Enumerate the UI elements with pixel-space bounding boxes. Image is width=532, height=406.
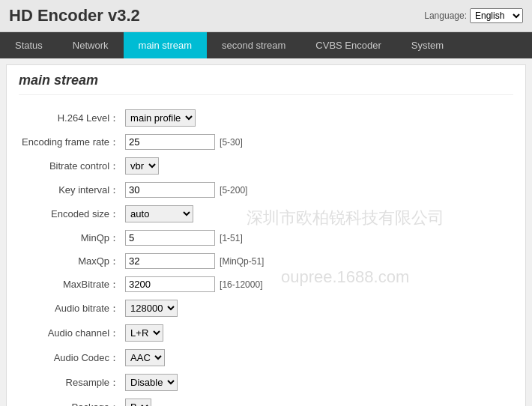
nav-cvbs-encoder[interactable]: CVBS Encoder <box>300 32 396 58</box>
label-resample: Resample： <box>19 370 122 395</box>
hint-minqp: [1-51] <box>220 233 243 243</box>
label-encoded-size: Encoded size： <box>19 202 122 226</box>
header: HD Encoder v3.2 Language: English Chines… <box>0 0 532 32</box>
input-audio-channel[interactable]: L+R L R <box>125 324 163 342</box>
nav-system[interactable]: System <box>396 32 459 58</box>
field-key-interval: Key interval： [5-200] <box>19 178 513 202</box>
input-package[interactable]: B A <box>125 399 151 406</box>
hint-maxbitrate: [16-12000] <box>220 279 262 290</box>
input-maxbitrate[interactable] <box>125 276 215 292</box>
field-audio-bitrate: Audio bitrate： 128000 64000 96000 192000 <box>19 296 513 321</box>
field-encoded-size: Encoded size： auto 1920x1080 1280x720 72… <box>19 202 513 226</box>
main-content: main stream H.264 Level： main profile ba… <box>6 64 526 406</box>
input-key-interval[interactable] <box>125 182 215 198</box>
field-audio-channel: Audio channel： L+R L R <box>19 321 513 345</box>
input-resample[interactable]: Disable Enable <box>125 374 178 391</box>
input-frame-rate[interactable] <box>125 134 215 150</box>
language-section: Language: English Chinese <box>424 8 523 23</box>
field-frame-rate: Encoding frame rate： [5-30] <box>19 130 513 154</box>
label-bitrate-control: Bitrate control： <box>19 154 122 178</box>
input-minqp[interactable] <box>125 230 215 246</box>
section-title: main stream <box>19 73 513 95</box>
hint-key-interval: [5-200] <box>220 185 247 196</box>
field-maxbitrate: MaxBitrate： [16-12000] <box>19 273 513 296</box>
field-maxqp: MaxQp： [MinQp-51] <box>19 249 513 273</box>
nav-main-stream[interactable]: main stream <box>124 32 208 58</box>
main-nav: Status Network main stream second stream… <box>0 32 532 58</box>
language-select[interactable]: English Chinese <box>470 8 523 23</box>
settings-form: H.264 Level： main profile baseline high … <box>19 106 513 406</box>
input-bitrate-control[interactable]: vbr cbr <box>125 157 159 175</box>
field-package: Package： B A <box>19 395 513 406</box>
input-maxqp[interactable] <box>125 253 215 269</box>
label-maxqp: MaxQp： <box>19 249 122 273</box>
input-encoded-size[interactable]: auto 1920x1080 1280x720 720x576 <box>125 205 193 222</box>
app-title: HD Encoder v3.2 <box>9 6 140 25</box>
nav-status[interactable]: Status <box>0 32 58 58</box>
label-package: Package： <box>19 395 122 406</box>
label-key-interval: Key interval： <box>19 178 122 202</box>
nav-network[interactable]: Network <box>58 32 124 58</box>
input-audio-codec[interactable]: AAC MP3 <box>125 349 165 366</box>
field-resample: Resample： Disable Enable <box>19 370 513 395</box>
label-audio-bitrate: Audio bitrate： <box>19 296 122 321</box>
label-audio-codec: Audio Codec： <box>19 345 122 370</box>
label-frame-rate: Encoding frame rate： <box>19 130 122 154</box>
label-h264-level: H.264 Level： <box>19 106 122 130</box>
label-audio-channel: Audio channel： <box>19 321 122 345</box>
field-audio-codec: Audio Codec： AAC MP3 <box>19 345 513 370</box>
field-bitrate-control: Bitrate control： vbr cbr <box>19 154 513 178</box>
hint-maxqp: [MinQp-51] <box>220 256 264 267</box>
field-h264-level: H.264 Level： main profile baseline high <box>19 106 513 130</box>
field-minqp: MinQp： [1-51] <box>19 226 513 249</box>
input-audio-bitrate[interactable]: 128000 64000 96000 192000 <box>125 300 178 317</box>
input-h264-level[interactable]: main profile baseline high <box>125 109 196 127</box>
language-label: Language: <box>424 10 467 21</box>
label-minqp: MinQp： <box>19 226 122 249</box>
hint-frame-rate: [5-30] <box>220 137 243 148</box>
nav-second-stream[interactable]: second stream <box>207 32 300 58</box>
label-maxbitrate: MaxBitrate： <box>19 273 122 296</box>
